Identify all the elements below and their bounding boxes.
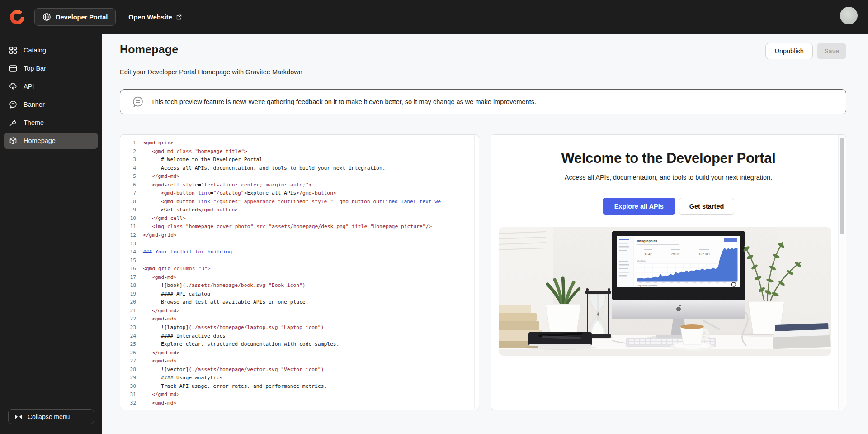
page-subtitle: Edit your Developer Portal Homepage with…: [120, 68, 846, 76]
code-line: 14### Your toolkit for building: [120, 248, 479, 257]
code-line: 12</gmd-grid>: [120, 231, 479, 240]
code-line: 17<gmd-md>: [120, 273, 479, 282]
code-line: 24#### Interactive docs: [120, 332, 479, 341]
sidebar: Catalog Top Bar API Banner: [0, 34, 102, 434]
sidebar-item-label: API: [24, 83, 34, 90]
preview-subheading: Access all APIs, documentation, and tool…: [491, 174, 846, 181]
globe-icon: [42, 13, 51, 21]
page-title: Homepage: [120, 43, 178, 56]
code-line: 15: [120, 257, 479, 265]
sidebar-item-catalog[interactable]: Catalog: [4, 42, 98, 58]
code-line: 21</gmd-md>: [120, 307, 479, 315]
code-lines: 1<gmd-grid>2<gmd-md class="homepage-titl…: [120, 135, 479, 410]
code-line: 13: [120, 240, 479, 248]
code-line: 26</gmd-md>: [120, 349, 479, 358]
top-bar: Developer Portal Open Website: [0, 0, 868, 34]
sidebar-item-banner[interactable]: Banner: [4, 96, 98, 113]
user-avatar[interactable]: [840, 7, 858, 24]
screen-stat-2: 25.8K: [671, 253, 680, 256]
preview-scrollbar-thumb[interactable]: [840, 138, 844, 234]
code-line: 32<gmd-md>: [120, 399, 479, 408]
homepage-cover-photo-image: Infographics 39.42 25.8K 122 841 992 Vis…: [499, 227, 831, 356]
collapse-menu-label: Collapse menu: [28, 413, 70, 420]
preview-heading: Welcome to the Developer Portal: [491, 150, 846, 167]
cube-icon: [9, 137, 17, 145]
code-line: 11<img class="homepage-cover-photo" src=…: [120, 223, 479, 231]
code-line: 10</gmd-cell>: [120, 215, 479, 223]
explore-all-apis-button[interactable]: Explore all APIs: [603, 198, 675, 215]
sidebar-item-label: Homepage: [24, 137, 56, 144]
code-line: 16<gmd-grid columns="3">: [120, 265, 479, 273]
collapse-menu-button[interactable]: Collapse menu: [8, 409, 94, 424]
grid-icon: [9, 46, 17, 54]
open-website-label: Open Website: [128, 14, 172, 21]
code-line: 27<gmd-md>: [120, 357, 479, 366]
sidebar-item-theme[interactable]: Theme: [4, 114, 98, 131]
cloud-gear-icon: [9, 82, 17, 91]
developer-portal-button[interactable]: Developer Portal: [34, 8, 116, 26]
sidebar-item-api[interactable]: API: [4, 78, 98, 95]
tech-preview-text: This tech preview feature is new! We're …: [151, 98, 536, 105]
save-button[interactable]: Save: [817, 43, 846, 59]
sidebar-item-top-bar[interactable]: Top Bar: [4, 60, 98, 76]
open-website-link[interactable]: Open Website: [128, 14, 182, 21]
code-line: 19#### API catalog: [120, 290, 479, 299]
code-line: 6<gmd-cell style="text-align: center; ma…: [120, 181, 479, 190]
eyedropper-icon: [9, 119, 17, 127]
sidebar-item-label: Theme: [24, 119, 44, 126]
tech-preview-banner: This tech preview feature is new! We're …: [120, 89, 846, 114]
markdown-code-editor[interactable]: 1<gmd-grid>2<gmd-md class="homepage-titl…: [120, 134, 479, 410]
code-line: 30Track API usage, error rates, and perf…: [120, 382, 479, 391]
developer-portal-label: Developer Portal: [56, 14, 108, 21]
code-line: 18![book](./assets/homepage/book.svg "Bo…: [120, 281, 479, 290]
get-started-button[interactable]: Get started: [679, 198, 735, 215]
code-line: 28![vector](./assets/homepage/vector.svg…: [120, 366, 479, 374]
code-line: 2<gmd-md class="homepage-title">: [120, 148, 479, 156]
code-line: 8<gmd-button link="/guides" appearance="…: [120, 198, 479, 206]
homepage-preview: Welcome to the Developer Portal Access a…: [491, 134, 846, 410]
code-line: 1<gmd-grid>: [120, 139, 479, 148]
code-line: 23![laptop](./assets/homepage/laptop.svg…: [120, 324, 479, 332]
code-line: 29#### Usage analytics: [120, 374, 479, 382]
screen-stat-3: 122 841: [698, 253, 710, 256]
code-line: 3# Welcome to the Developer Portal: [120, 156, 479, 164]
screen-footer-label: Organic Keywords: [637, 284, 657, 287]
sidebar-item-label: Catalog: [24, 47, 46, 54]
sidebar-item-label: Banner: [24, 101, 45, 108]
code-line: 4Access all APIs, documentation, and too…: [120, 164, 479, 173]
code-line: 9>Get started</gmd-button>: [120, 206, 479, 215]
sidebar-item-homepage[interactable]: Homepage: [4, 133, 98, 149]
external-link-icon: [176, 14, 182, 20]
code-line: 7<gmd-button link="/catalog">Explore all…: [120, 189, 479, 198]
main-content: Homepage Unpublish Save Edit your Develo…: [102, 34, 868, 434]
code-line: 31</gmd-md>: [120, 391, 479, 399]
screen-stat-1: 39.42: [644, 253, 652, 256]
gravitee-logo[interactable]: [8, 8, 26, 26]
collapse-icon: [15, 414, 22, 420]
code-line: 20Browse and test all available APIs in …: [120, 298, 479, 307]
code-line: 33![gear](./assets/homepage/gear.svg "Se…: [120, 408, 479, 410]
code-line: 22<gmd-md>: [120, 315, 479, 324]
code-line: 5</gmd-md>: [120, 172, 479, 181]
window-bar-icon: [9, 64, 17, 72]
screen-section-label: Visibility: [637, 260, 646, 262]
screen-dashboard-title: Infographics: [637, 239, 657, 243]
feedback-bubble-icon: [132, 96, 144, 108]
code-line: 25Explore clear, structured documentatio…: [120, 340, 479, 349]
unpublish-button[interactable]: Unpublish: [765, 43, 813, 59]
sidebar-item-label: Top Bar: [24, 65, 46, 72]
message-icon: [9, 100, 17, 109]
editor-scrollbar[interactable]: [474, 135, 478, 409]
